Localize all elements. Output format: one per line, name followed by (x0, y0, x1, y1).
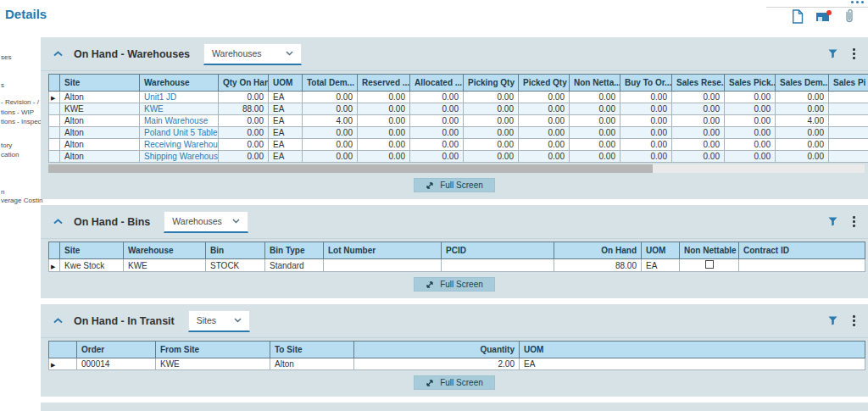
cell-sales-rese[interactable]: 0.00 (672, 115, 725, 127)
column-header-on-hand[interactable]: On Hand (554, 242, 642, 259)
column-header-non-nettable[interactable]: Non Nettable (680, 242, 739, 259)
cell-picking-qty[interactable]: 0.00 (464, 139, 519, 151)
cell-picking-qty[interactable]: 0.00 (464, 92, 519, 103)
cell-picked-qty[interactable]: 0.00 (519, 127, 570, 139)
filter-icon[interactable] (828, 47, 837, 62)
cell-buy-to-or[interactable]: 0.00 (620, 139, 672, 151)
cell-total-dem[interactable]: 0.00 (303, 127, 358, 139)
cell-allocated[interactable]: 0.00 (410, 103, 464, 115)
cell-site[interactable]: Alton (60, 151, 140, 163)
cell-sales-pick[interactable]: 0.00 (725, 127, 776, 139)
cell-sales-pick[interactable]: 0.00 (725, 139, 776, 151)
cell-qty-on-hand[interactable]: 0.00 (219, 151, 269, 163)
column-header-buy-to-or[interactable]: Buy To Or... (620, 75, 672, 92)
cell-qty-on-hand[interactable]: 0.00 (219, 115, 269, 127)
cell-non-netta[interactable]: 0.00 (570, 92, 620, 103)
cell-sales-pick[interactable]: 0.00 (725, 103, 776, 115)
column-header-warehouse[interactable]: Warehouse (140, 75, 219, 92)
cell-bin[interactable]: STOCK (206, 259, 265, 272)
column-header-sales-pi[interactable]: Sales Pi (829, 75, 868, 92)
column-header-uom[interactable]: UOM (520, 342, 865, 358)
cell-sales-pick[interactable]: 0.00 (725, 151, 776, 163)
card-notification-icon[interactable] (816, 10, 832, 23)
cell-order[interactable]: 000014 (77, 358, 156, 370)
sidebar-item[interactable]: - Revision - / (1, 98, 39, 106)
collapse-chevron-icon[interactable] (53, 318, 63, 324)
column-header-order[interactable]: Order (77, 342, 156, 358)
cell-bin-type[interactable]: Standard (265, 259, 324, 272)
row-selector[interactable] (49, 115, 60, 127)
cell-sales-pi[interactable] (829, 103, 868, 115)
cell-sales-rese[interactable]: 0.00 (672, 151, 725, 163)
sidebar-item[interactable]: tory (1, 142, 12, 149)
cell-sales-dem[interactable]: 0.00 (776, 151, 829, 163)
column-header-warehouse[interactable]: Warehouse (124, 242, 206, 259)
cell-buy-to-or[interactable]: 0.00 (620, 92, 672, 103)
cell-site[interactable]: KWE (60, 103, 140, 115)
row-selector[interactable] (49, 103, 60, 115)
cell-warehouse[interactable]: KWE (124, 259, 206, 272)
cell-reserved[interactable]: 0.00 (358, 115, 410, 127)
cell-site[interactable]: Alton (60, 139, 140, 151)
cell-total-dem[interactable]: 0.00 (303, 139, 358, 151)
cell-picking-qty[interactable]: 0.00 (464, 151, 519, 163)
sidebar-item[interactable]: tions - Inspec (1, 118, 42, 125)
full-screen-button[interactable]: Full Screen (414, 375, 495, 390)
cell-uom[interactable]: EA (269, 92, 303, 103)
column-header-sales-rese[interactable]: Sales Rese... (672, 75, 725, 92)
cell-total-dem[interactable]: 0.00 (303, 151, 358, 163)
full-screen-button[interactable]: Full Screen (414, 277, 495, 292)
cell-sales-pi[interactable] (829, 151, 868, 163)
cell-warehouse[interactable]: Shipping Warehouse (140, 151, 219, 163)
cell-buy-to-or[interactable]: 0.00 (620, 151, 672, 163)
cell-sales-dem[interactable]: 4.00 (776, 115, 829, 127)
cell-allocated[interactable]: 0.00 (410, 127, 464, 139)
cell-total-dem[interactable]: 4.00 (303, 115, 358, 127)
cell-picked-qty[interactable]: 0.00 (519, 103, 570, 115)
cell-sales-pick[interactable]: 0.00 (725, 115, 776, 127)
column-header-uom[interactable]: UOM (269, 75, 303, 92)
cell-picking-qty[interactable]: 0.00 (464, 103, 519, 115)
cell-sales-dem[interactable]: 0.00 (776, 103, 829, 115)
row-selector[interactable] (49, 151, 60, 163)
column-header-allocated[interactable]: Allocated ... (410, 75, 464, 92)
cell-warehouse[interactable]: Unit1 JD (140, 92, 219, 103)
column-header-non-netta[interactable]: Non Netta... (570, 75, 620, 92)
sidebar-item[interactable]: s (1, 81, 4, 89)
cell-allocated[interactable]: 0.00 (410, 92, 464, 103)
cell-sales-pi[interactable] (829, 92, 868, 103)
cell-sales-dem[interactable]: 0.00 (776, 92, 829, 103)
cell-sales-pi[interactable] (829, 139, 868, 151)
row-selector[interactable]: ▶ (49, 259, 60, 272)
cell-uom[interactable]: EA (269, 115, 303, 127)
cell-non-netta[interactable]: 0.00 (570, 139, 620, 151)
paperclip-icon[interactable] (844, 8, 854, 24)
column-header-pcid[interactable]: PCID (442, 242, 554, 259)
cell-qty-on-hand[interactable]: 88.00 (219, 103, 269, 115)
cell-qty-on-hand[interactable]: 0.00 (219, 139, 269, 151)
column-header-quantity[interactable]: Quantity (354, 342, 520, 358)
cell-uom[interactable]: EA (269, 139, 303, 151)
cell-uom[interactable]: EA (642, 259, 680, 272)
cell-non-netta[interactable]: 0.00 (570, 151, 620, 163)
column-header-sales-pick[interactable]: Sales Pick... (725, 75, 776, 92)
cell-picking-qty[interactable]: 0.00 (464, 115, 519, 127)
in-transit-view-select[interactable]: Sites (188, 310, 250, 332)
cell-allocated[interactable]: 0.00 (410, 151, 464, 163)
cell-sales-rese[interactable]: 0.00 (672, 92, 725, 103)
cell-non-nettable[interactable] (680, 259, 739, 272)
cell-sales-pick[interactable]: 0.00 (725, 92, 776, 103)
cell-site[interactable]: Alton (60, 92, 140, 103)
collapse-chevron-icon[interactable] (53, 219, 63, 225)
cell-warehouse[interactable]: Main Warehouse (140, 115, 219, 127)
row-selector[interactable] (49, 127, 60, 139)
column-header-sales-dem[interactable]: Sales Dem... (776, 75, 829, 92)
cell-pcid[interactable] (442, 259, 554, 272)
sidebar-item[interactable]: n (1, 188, 4, 196)
column-header-qty-on-hand[interactable]: Qty On Hand (219, 75, 269, 92)
cell-picked-qty[interactable]: 0.00 (519, 92, 570, 103)
cell-reserved[interactable]: 0.00 (358, 92, 410, 103)
cell-on-hand[interactable]: 88.00 (554, 259, 642, 272)
cell-buy-to-or[interactable]: 0.00 (620, 115, 672, 127)
cell-uom[interactable]: EA (520, 358, 865, 370)
